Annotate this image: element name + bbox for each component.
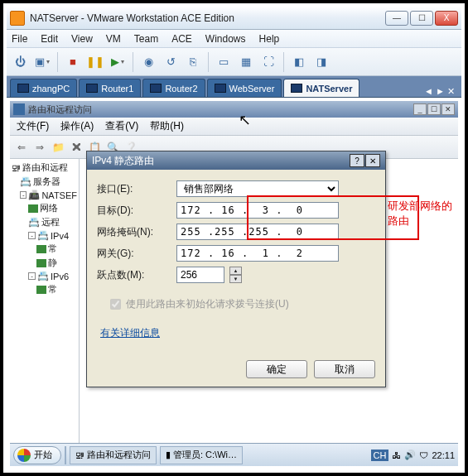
stop-icon[interactable]: ■ bbox=[63, 52, 83, 72]
forward-icon[interactable]: ⇒ bbox=[31, 139, 48, 156]
dialog-close-button[interactable]: ✕ bbox=[365, 154, 380, 167]
clock[interactable]: 22:11 bbox=[432, 450, 455, 460]
maximize-button[interactable]: ☐ bbox=[410, 11, 433, 26]
menu-windows[interactable]: Windows bbox=[205, 33, 246, 45]
tree-ipv4[interactable]: -📇 IPv4 bbox=[12, 229, 77, 242]
snapshot-revert-icon[interactable]: ↺ bbox=[161, 52, 181, 72]
tab-label: zhangPC bbox=[32, 84, 70, 94]
guest-max-button[interactable]: ☐ bbox=[427, 103, 441, 115]
tab-router1[interactable]: Router1 bbox=[79, 79, 141, 97]
netmask-input[interactable] bbox=[176, 224, 339, 240]
tab-zhangpc[interactable]: zhangPC bbox=[10, 79, 77, 97]
view-console-icon[interactable]: ▭ bbox=[214, 52, 234, 72]
start-label: 开始 bbox=[34, 449, 52, 461]
guest-menu-help[interactable]: 帮助(H) bbox=[150, 119, 184, 133]
split-icon[interactable]: ◨ bbox=[311, 52, 331, 72]
guest-titlebar: 路由和远程访问 _ ☐ ✕ bbox=[10, 101, 458, 118]
destination-input[interactable] bbox=[176, 202, 339, 219]
menu-vm[interactable]: VM bbox=[106, 33, 121, 45]
mmc-icon bbox=[13, 103, 25, 115]
label-dial-on-demand: 使用此路由来初始化请求拨号连接(U) bbox=[126, 297, 289, 311]
metric-input[interactable] bbox=[176, 267, 224, 283]
vmware-icon bbox=[10, 11, 25, 26]
annotation-label: 研发部网络的路由 bbox=[388, 199, 461, 228]
dial-on-demand-checkbox bbox=[110, 299, 121, 310]
guest-menu-file[interactable]: 文件(F) bbox=[17, 119, 49, 133]
label-netmask: 网络掩码(N): bbox=[97, 225, 171, 239]
refresh-icon[interactable]: 🗙 bbox=[68, 139, 84, 156]
tree-root[interactable]: 🖳 路由和远程 bbox=[12, 161, 77, 175]
monitor-icon bbox=[291, 84, 302, 93]
tab-nav[interactable]: ◄ ► ✕ bbox=[421, 86, 458, 97]
nic-icon bbox=[36, 259, 46, 267]
tab-router2[interactable]: Router2 bbox=[142, 79, 205, 97]
guest-close-button[interactable]: ✕ bbox=[441, 103, 455, 115]
label-gateway: 网关(G): bbox=[97, 247, 171, 261]
monitor-icon bbox=[150, 84, 162, 93]
taskbar-btn-cmd[interactable]: ▮ 管理员: C:\Wi… bbox=[160, 446, 243, 464]
tree-ipv6[interactable]: -📇 IPv6 bbox=[12, 270, 77, 282]
lang-indicator[interactable]: CH bbox=[371, 450, 389, 461]
snapshot-take-icon[interactable]: ◉ bbox=[138, 52, 158, 72]
dialog-help-button[interactable]: ? bbox=[350, 154, 364, 167]
tree-ipv6-gen[interactable]: 常 bbox=[12, 282, 77, 296]
up-icon[interactable]: 📁 bbox=[50, 139, 66, 156]
label-interface: 接口(E): bbox=[97, 182, 171, 196]
monitor-icon bbox=[17, 84, 29, 93]
snapshot-mgr-icon[interactable]: ⎘ bbox=[183, 52, 203, 72]
view-appfull-icon[interactable]: ▦ bbox=[236, 52, 256, 72]
tab-webserver[interactable]: WebServer bbox=[207, 79, 282, 97]
tree-server[interactable]: 📇 服务器 bbox=[12, 175, 77, 189]
metric-spinner[interactable]: ▲▼ bbox=[229, 267, 242, 283]
menu-ace[interactable]: ACE bbox=[171, 33, 192, 45]
nic-icon bbox=[36, 245, 46, 253]
ok-button[interactable]: 确定 bbox=[246, 360, 307, 378]
gateway-input[interactable] bbox=[176, 245, 339, 262]
guest-min-button[interactable]: _ bbox=[413, 103, 427, 115]
guest-menu-view[interactable]: 查看(V) bbox=[105, 119, 138, 133]
menu-help[interactable]: Help bbox=[259, 33, 280, 45]
tab-label: WebServer bbox=[229, 84, 275, 94]
tray-network-icon[interactable]: 🖧 bbox=[392, 450, 401, 460]
menu-team[interactable]: Team bbox=[134, 33, 158, 45]
unity-icon[interactable]: ◧ bbox=[289, 52, 309, 72]
tree-pane[interactable]: 🖳 路由和远程 📇 服务器 -📠 NATSEF 网络 📇 远程 -📇 IPv4 … bbox=[10, 159, 80, 443]
tree-net[interactable]: 网络 bbox=[12, 201, 77, 215]
close-button[interactable]: X bbox=[435, 11, 458, 26]
interface-select[interactable]: 销售部网络 bbox=[176, 180, 339, 197]
play-icon[interactable]: ▶ bbox=[108, 52, 128, 72]
label-destination: 目标(D): bbox=[97, 204, 171, 218]
start-button[interactable]: 开始 bbox=[13, 446, 61, 464]
tab-label: NATServer bbox=[306, 84, 352, 94]
dialog-titlebar[interactable]: IPv4 静态路由 ? ✕ bbox=[87, 151, 385, 170]
snapshot-icon[interactable]: ▣ bbox=[32, 52, 52, 72]
menu-edit[interactable]: Edit bbox=[41, 33, 58, 45]
vmware-toolbar: ⏻ ▣ ■ ❚❚ ▶ ◉ ↺ ⎘ ▭ ▦ ⛶ ◧ ◨ bbox=[7, 48, 461, 76]
tree-ipv4-gen[interactable]: 常 bbox=[12, 242, 77, 256]
tree-remote[interactable]: 📇 远程 bbox=[12, 215, 77, 229]
tree-natserver[interactable]: -📠 NATSEF bbox=[12, 189, 77, 201]
vmware-titlebar: NATServer - VMware Workstation ACE Editi… bbox=[7, 7, 461, 30]
taskbar-btn-rras[interactable]: 🖳 路由和远程访问 bbox=[70, 446, 157, 464]
window-title: NATServer - VMware Workstation ACE Editi… bbox=[30, 12, 385, 24]
static-route-dialog: IPv4 静态路由 ? ✕ 接口(E): 销售部网络 目标(D): 网络掩码(N… bbox=[86, 151, 386, 387]
cancel-button[interactable]: 取消 bbox=[314, 360, 375, 378]
pause-icon[interactable]: ❚❚ bbox=[85, 52, 105, 72]
nic-icon bbox=[36, 286, 46, 294]
power-off-icon[interactable]: ⏻ bbox=[10, 52, 30, 72]
tray-sound-icon[interactable]: 🔊 bbox=[404, 450, 416, 460]
menu-view[interactable]: View bbox=[71, 33, 93, 45]
back-icon[interactable]: ⇐ bbox=[13, 139, 30, 156]
guest-menubar: 文件(F) 操作(A) 查看(V) 帮助(H) bbox=[10, 118, 458, 136]
tab-natserver[interactable]: NATServer bbox=[283, 79, 359, 97]
menu-file[interactable]: File bbox=[12, 33, 27, 45]
tray-shield-icon[interactable]: 🛡 bbox=[419, 450, 428, 460]
system-tray[interactable]: CH 🖧 🔊 🛡 22:11 bbox=[371, 450, 455, 461]
monitor-icon bbox=[215, 84, 226, 93]
guest-menu-action[interactable]: 操作(A) bbox=[60, 119, 94, 133]
details-link[interactable]: 有关详细信息 bbox=[100, 326, 160, 340]
windows-logo-icon bbox=[17, 449, 31, 462]
view-fullscreen-icon[interactable]: ⛶ bbox=[258, 52, 278, 72]
minimize-button[interactable]: — bbox=[385, 11, 408, 26]
tree-ipv4-static[interactable]: 静 bbox=[12, 256, 77, 270]
